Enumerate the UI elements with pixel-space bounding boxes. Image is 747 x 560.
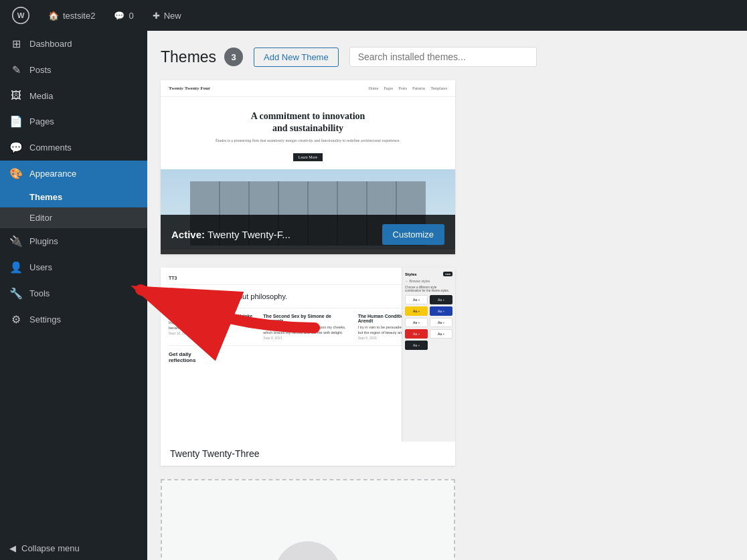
page-title: Themes [161, 48, 216, 66]
dashboard-icon: ⊞ [9, 37, 23, 50]
plus-icon: ✚ [153, 11, 160, 21]
sidebar-item-users[interactable]: 👤 Users [0, 254, 147, 280]
wp-logo-icon: W [12, 7, 29, 24]
tt3-card-footer: Twenty Twenty-Three [161, 442, 455, 466]
sidebar-item-pages[interactable]: 📄 Pages [0, 108, 147, 134]
tools-icon: 🔧 [9, 287, 23, 300]
sidebar-item-themes[interactable]: Themes [0, 187, 147, 207]
plugins-icon: 🔌 [9, 235, 23, 248]
page-title-wrap: Themes 3 [161, 48, 243, 66]
tt4-nav: Twenty Twenty Four HomePagesPostsPattern… [161, 80, 455, 97]
users-icon: 👤 [9, 261, 23, 274]
tt3-preview: TT3 AboutBooksAll Posts Mindblown: a blo… [161, 268, 455, 442]
sidebar-item-tools[interactable]: 🔧 Tools [0, 280, 147, 306]
sidebar-item-settings[interactable]: ⚙ Settings [0, 306, 147, 333]
appearance-submenu: Themes Editor [0, 187, 147, 228]
add-new-theme-button[interactable]: Add New Theme [254, 48, 339, 67]
active-label: Active: Twenty Twenty-F... [171, 229, 290, 240]
sidebar-item-plugins[interactable]: 🔌 Plugins [0, 228, 147, 254]
sidebar-item-editor[interactable]: Editor [0, 207, 147, 228]
svg-text:W: W [17, 11, 25, 19]
add-theme-card[interactable]: + Add New Theme [161, 479, 455, 560]
theme-card-tt3[interactable]: TT3 AboutBooksAll Posts Mindblown: a blo… [161, 268, 455, 466]
tt4-active-overlay: Active: Twenty Twenty-F... Customize [161, 215, 455, 254]
sidebar-item-comments[interactable]: 💬 Comments [0, 134, 147, 161]
admin-bar: W 🏠 testsite2 💬 0 ✚ New [0, 0, 747, 31]
theme-card-tt4[interactable]: Twenty Twenty Four HomePagesPostsPattern… [161, 80, 455, 254]
comments-icon: 💬 [114, 11, 124, 21]
comments-nav-icon: 💬 [9, 141, 23, 154]
sidebar-item-appearance[interactable]: 🎨 Appearance [0, 161, 147, 187]
tt3-styles-panel: Styles new ← Browse styles Choose a diff… [402, 268, 455, 442]
tt3-theme-name: Twenty Twenty-Three [170, 448, 446, 459]
collapse-icon: ◀ [9, 543, 16, 553]
add-theme-plus-icon: + [274, 541, 341, 560]
posts-icon: ✎ [9, 64, 23, 76]
sidebar-item-media[interactable]: 🖼 Media [0, 83, 147, 108]
page-header: Themes 3 Add New Theme [161, 47, 734, 67]
media-icon: 🖼 [9, 90, 23, 102]
pages-icon: 📄 [9, 115, 23, 128]
customize-button[interactable]: Customize [382, 224, 444, 245]
home-icon: 🏠 [48, 11, 59, 21]
themes-grid: Twenty Twenty Four HomePagesPostsPattern… [161, 80, 734, 560]
theme-count-badge: 3 [224, 48, 243, 66]
admin-bar-new[interactable]: ✚ New [149, 11, 185, 21]
tt4-preview: Twenty Twenty Four HomePagesPostsPattern… [161, 80, 455, 254]
sidebar-item-dashboard[interactable]: ⊞ Dashboard [0, 31, 147, 57]
appearance-icon: 🎨 [9, 167, 23, 180]
collapse-menu-button[interactable]: ◀ Collapse menu [0, 537, 147, 560]
settings-icon: ⚙ [9, 313, 23, 326]
wp-logo-item[interactable]: W [8, 7, 33, 24]
main-content: Themes 3 Add New Theme Twenty Twenty Fou… [147, 0, 747, 560]
admin-bar-site[interactable]: 🏠 testsite2 [44, 11, 99, 21]
sidebar-item-posts[interactable]: ✎ Posts [0, 57, 147, 83]
search-input[interactable] [349, 47, 537, 67]
sidebar: ⊞ Dashboard ✎ Posts 🖼 Media 📄 Pages 💬 Co… [0, 0, 147, 560]
admin-bar-comments[interactable]: 💬 0 [110, 11, 137, 21]
